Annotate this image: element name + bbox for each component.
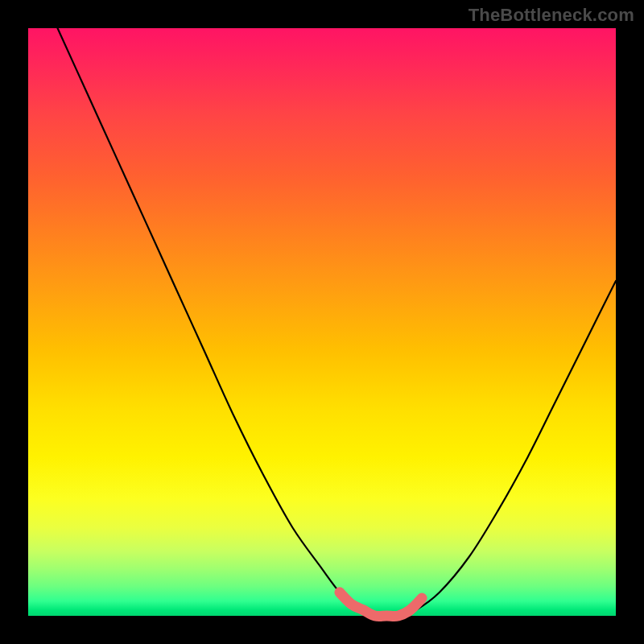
bottleneck-curve — [58, 28, 617, 617]
optimal-zone-highlight — [340, 592, 422, 617]
curve-layer — [28, 28, 616, 616]
attribution-text: TheBottleneck.com — [469, 5, 634, 26]
chart-frame: TheBottleneck.com — [0, 0, 644, 644]
plot-area — [28, 28, 616, 616]
